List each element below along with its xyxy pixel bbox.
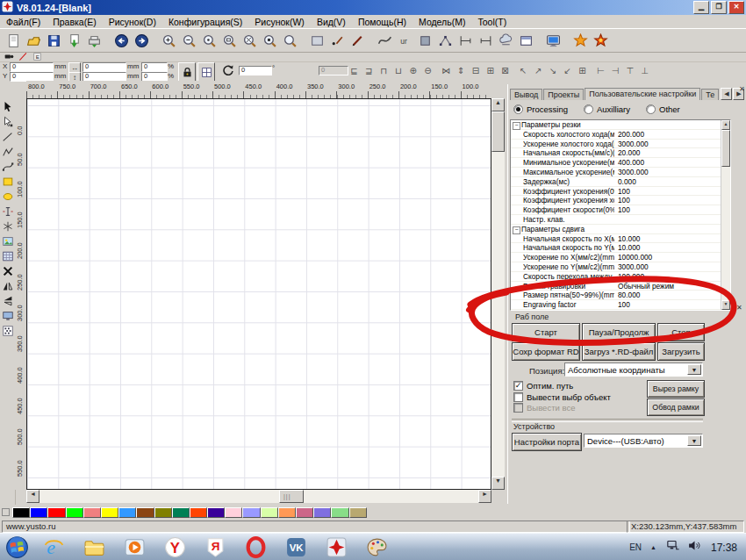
node-edit-tool-icon[interactable] (1, 114, 15, 129)
panel-close-icon[interactable]: ✕ (739, 85, 745, 93)
param-value[interactable]: 200.000 (618, 130, 644, 140)
simulate-icon[interactable] (570, 31, 591, 50)
drawing-canvas[interactable] (26, 98, 491, 490)
param-group-header[interactable]: −Параметры резки (511, 120, 730, 130)
color-swatch-8[interactable] (136, 507, 154, 518)
param-value[interactable]: 100 (618, 300, 630, 310)
taskbar-rdworks-icon[interactable] (323, 536, 349, 559)
dot-pen-icon[interactable] (327, 31, 348, 50)
language-indicator[interactable]: EN (629, 542, 642, 552)
close-button[interactable]: ✕ (728, 1, 744, 14)
menu-item-5[interactable]: Рисунок(W) (248, 17, 311, 27)
color-swatch-20[interactable] (349, 507, 367, 518)
table-scroll-up[interactable]: ▲ (721, 120, 730, 130)
param-value[interactable]: Обычный режим (618, 282, 674, 291)
color-swatch-10[interactable] (172, 507, 190, 518)
align-right-icon[interactable]: ⊒ (362, 64, 376, 77)
vscroll-thumb[interactable] (491, 111, 505, 152)
width-percent-input[interactable]: 0 (141, 62, 168, 72)
param-value[interactable]: 3000.000 (618, 262, 649, 272)
cut-frame-button[interactable]: Вырез рамку (647, 380, 705, 398)
param-row[interactable]: Ускорение по Y(мм/с2)(mm/s2)3000.000 (511, 262, 730, 272)
taskbar-vk-icon[interactable]: VK (283, 536, 309, 559)
align-top-icon[interactable]: ⊓ (377, 64, 391, 77)
param-value[interactable]: 10.000 (618, 234, 640, 244)
checkbox-box[interactable]: ✓ (513, 381, 523, 391)
width-input[interactable]: 0 (82, 62, 126, 72)
same-height-icon[interactable]: ⊞ (484, 64, 497, 77)
hscroll-thumb[interactable]: ||| (279, 490, 304, 503)
edge-left-icon[interactable]: ⊢ (594, 64, 607, 77)
color-swatch-16[interactable] (278, 507, 296, 518)
tray-expand-icon[interactable]: ▲ (650, 544, 656, 550)
minimize-button[interactable]: ▁ (693, 1, 709, 14)
param-row[interactable]: Скорость перехода между линиями(мм/с)(10… (511, 272, 730, 282)
ellipse-tool-icon[interactable] (1, 189, 15, 204)
print-preview-icon[interactable] (496, 31, 516, 50)
param-row[interactable]: Максимальное ускорение(мм/с2)(mm/s2)3000… (511, 168, 730, 177)
lock-ratio-button[interactable] (178, 62, 196, 82)
scroll-down-button[interactable]: ▼ (491, 477, 505, 490)
param-value[interactable]: 100 (618, 205, 630, 215)
new-icon[interactable] (4, 31, 24, 50)
table-scroll-thumb[interactable] (721, 130, 730, 167)
zoom-in-icon[interactable] (159, 31, 179, 50)
scroll-up-button[interactable]: ▲ (491, 98, 505, 111)
radio-other[interactable]: Other (646, 104, 680, 114)
color-swatch-1[interactable] (12, 507, 30, 518)
corner-tr-icon[interactable]: ↗ (532, 64, 545, 77)
polyline-tool-icon[interactable] (1, 144, 15, 159)
param-value[interactable]: 100 (618, 196, 630, 205)
param-row[interactable]: Engraving factor100 (511, 300, 730, 310)
color-swatch-4[interactable] (66, 507, 83, 518)
monitor-icon[interactable] (543, 31, 563, 50)
taskbar-explorer-icon[interactable] (81, 536, 107, 559)
zoom-out-icon[interactable] (179, 31, 199, 50)
color-swatch-12[interactable] (207, 507, 225, 518)
no-color-swatch[interactable] (2, 508, 10, 516)
rect-tool-icon[interactable] (1, 174, 15, 189)
tab-1[interactable]: Вывод (510, 89, 542, 100)
menu-item-9[interactable]: Tool(T) (471, 17, 513, 27)
back-icon[interactable] (111, 31, 132, 50)
color-swatch-19[interactable] (331, 507, 348, 518)
param-value[interactable]: 400.000 (618, 158, 644, 168)
color-swatch-5[interactable] (83, 507, 101, 518)
menu-item-2[interactable]: Правка(E) (47, 17, 102, 27)
checkbox-box[interactable] (513, 392, 523, 402)
color-swatch-14[interactable] (242, 507, 260, 518)
red-pen-icon[interactable] (16, 51, 30, 61)
color-swatch-6[interactable] (101, 507, 118, 518)
import-icon[interactable] (64, 31, 84, 50)
align-center-icon[interactable]: ⊕ (406, 64, 420, 77)
tab-4[interactable]: Те (701, 89, 719, 100)
color-swatch-3[interactable] (47, 507, 65, 518)
tab-2[interactable]: Проекты (543, 89, 584, 100)
edge-right-icon[interactable]: ⊣ (609, 64, 622, 77)
x-position-input[interactable]: 0 (10, 62, 54, 72)
param-value[interactable]: 3000.000 (618, 168, 649, 177)
param-value[interactable]: 3000.000 (618, 140, 649, 149)
radio-auxilliary[interactable]: Auxilliary (584, 104, 630, 114)
measure-right-icon[interactable] (476, 31, 496, 50)
save-icon[interactable] (44, 31, 64, 50)
position-select[interactable]: Абсолютные координаты▼ (564, 363, 703, 377)
bezier-tool-icon[interactable] (1, 159, 15, 174)
edge-bottom-icon[interactable]: ⊥ (638, 64, 651, 77)
delete-tool-icon[interactable] (1, 263, 15, 278)
table-scrollbar[interactable]: ▲▼ (721, 120, 730, 310)
rotate-angle-input[interactable]: 0 (239, 66, 272, 75)
dither-tool-icon[interactable] (1, 323, 15, 338)
same-size-icon[interactable]: ⊠ (499, 64, 512, 77)
screen-tool-icon[interactable] (1, 308, 15, 323)
space-v-icon[interactable]: ⇕ (455, 64, 468, 77)
scroll-left-button[interactable]: ◄ (26, 490, 39, 503)
param-row[interactable]: Коэффициент ускорения(0%-200%)100 (511, 187, 730, 197)
checkbox-2[interactable]: Вывести выбр объект (513, 392, 611, 402)
zoom-all-icon[interactable] (240, 31, 260, 50)
collapse-icon[interactable]: − (513, 122, 520, 130)
rect-select-icon[interactable] (307, 31, 327, 50)
param-row[interactable]: Скорость холостого хода(мм/с)(mm/s)200.0… (511, 130, 730, 140)
mirror-v-tool-icon[interactable] (1, 293, 15, 308)
param-row[interactable]: Настр. клав. (511, 215, 730, 225)
